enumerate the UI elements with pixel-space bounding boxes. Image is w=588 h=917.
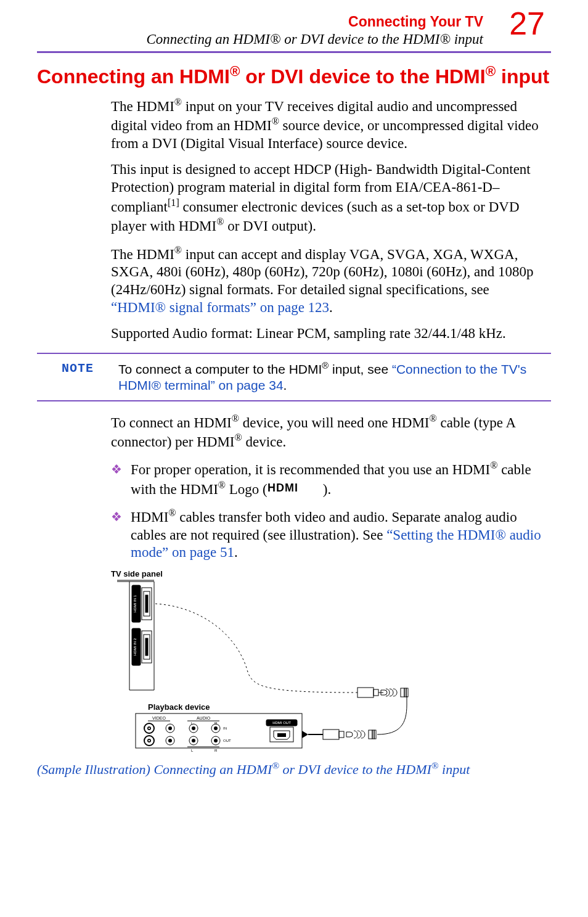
header-divider (37, 51, 551, 53)
svg-point-36 (168, 739, 172, 742)
svg-rect-48 (369, 730, 372, 739)
note-label: NOTE (62, 361, 94, 376)
main-heading: Connecting an HDMI® or DVI device to the… (37, 64, 551, 88)
paragraph-3: The HDMI® input can accept and display V… (111, 244, 545, 317)
hdmi-out-label: HDMI OUT (272, 721, 291, 725)
video-label: VIDEO (152, 716, 166, 720)
svg-point-38 (192, 739, 195, 742)
r-label-top: R (214, 722, 218, 725)
paragraph-5: To connect an HDMI® device, you will nee… (111, 413, 545, 451)
r-label-bottom: R (214, 749, 218, 752)
svg-rect-15 (357, 688, 374, 697)
note-box: NOTE To connect a computer to the HDMI® … (37, 353, 551, 401)
section-title: Connecting Your TV (37, 14, 483, 30)
reg-mark: ® (490, 460, 497, 471)
p2-c: or DVI output). (224, 218, 316, 234)
out-label: OUT (223, 739, 231, 742)
playback-device-label: Playback device (148, 702, 210, 712)
heading-part3: input (496, 65, 549, 88)
bullet-item-1: ❖ For proper operation, it is recommende… (111, 459, 545, 500)
diamond-bullet-icon: ❖ (111, 462, 122, 477)
bullet-list: ❖ For proper operation, it is recommende… (111, 459, 545, 562)
b1-a: For proper operation, it is recommended … (131, 462, 490, 477)
b2-c: . (234, 545, 238, 560)
b1-c: Logo ( (226, 482, 267, 497)
reg-mark: ® (216, 216, 224, 227)
svg-point-40 (214, 739, 218, 742)
reg-mark: ® (230, 64, 240, 79)
svg-point-25 (149, 728, 150, 730)
link-signal-formats[interactable]: “HDMI® signal formats” on page 123 (111, 300, 329, 315)
hdmi-in-2-label: HDMI IN 2 (133, 638, 137, 656)
svg-rect-44 (277, 733, 286, 737)
note-b: input, see (329, 362, 392, 376)
b1-d: ). (323, 482, 331, 497)
hdmi-logo-icon: HDMI (267, 481, 323, 500)
in-label: IN (223, 726, 227, 730)
p5-b: device, you will need one HDMI (239, 414, 430, 430)
p5-d: device. (242, 434, 287, 450)
reg-mark: ® (272, 760, 279, 771)
p3-c: . (329, 300, 333, 315)
note-a: To connect a computer to the HDMI (118, 362, 322, 376)
svg-rect-46 (323, 730, 339, 739)
tv-side-panel-label: TV side panel (111, 569, 163, 578)
p5-a: To connect an HDMI (111, 414, 232, 430)
reg-mark: ® (486, 64, 496, 79)
p3-a: The HDMI (111, 246, 174, 261)
svg-rect-17 (401, 688, 404, 697)
cap-a: (Sample Illustration) Connecting an HDMI (37, 762, 272, 777)
svg-rect-16 (374, 689, 378, 696)
reg-mark: ® (431, 760, 439, 771)
reg-mark: ® (235, 432, 242, 443)
figure-caption: (Sample Illustration) Connecting an HDMI… (37, 760, 545, 778)
reg-mark: ® (174, 97, 182, 107)
reg-mark: ® (322, 361, 329, 371)
subtitle-part1: Connecting an HDMI (146, 31, 270, 47)
subtitle-part3: input (451, 31, 483, 47)
reg-mark: ® (174, 245, 182, 255)
subtitle-part2: or DVI device to the HDMI (280, 31, 439, 47)
section-subtitle: Connecting an HDMI® or DVI device to the… (37, 31, 483, 47)
page-header: Connecting Your TV Connecting an HDMI® o… (37, 14, 483, 47)
footnote-ref: [1] (168, 197, 179, 208)
page-number: 27 (509, 5, 545, 42)
paragraph-1: The HDMI® input on your TV receives digi… (111, 96, 545, 153)
svg-text:HDMI: HDMI (267, 482, 298, 494)
paragraph-4: Supported Audio format: Linear PCM, samp… (111, 325, 545, 343)
reg-mark: ® (168, 508, 176, 518)
note-text: To connect a computer to the HDMI® input… (118, 360, 545, 394)
svg-rect-14 (145, 638, 148, 656)
svg-point-31 (214, 726, 218, 730)
audio-label: AUDIO (197, 716, 211, 720)
paragraph-2: This input is designed to accept HDCP (H… (111, 161, 545, 235)
reg-mark: ® (439, 31, 450, 47)
svg-point-29 (192, 726, 195, 730)
cap-b: or DVI device to the HDMI (279, 762, 431, 777)
svg-point-34 (149, 740, 150, 742)
reg-mark: ® (218, 480, 226, 490)
reg-mark: ® (232, 413, 239, 424)
svg-rect-19 (406, 688, 408, 697)
svg-rect-47 (339, 731, 344, 738)
svg-rect-10 (145, 595, 148, 612)
reg-mark: ® (272, 116, 279, 126)
b2-a: HDMI (131, 509, 168, 525)
cap-c: input (439, 762, 470, 777)
svg-rect-50 (374, 730, 376, 739)
reg-mark: ® (270, 31, 280, 47)
hdmi-in-1-label: HDMI IN 1 (133, 594, 137, 612)
l-label-bottom: L (191, 749, 194, 752)
heading-part1: Connecting an HDMI (37, 65, 230, 88)
p1-a: The HDMI (111, 99, 174, 114)
svg-point-27 (168, 726, 172, 730)
note-c: . (284, 378, 287, 392)
connection-diagram: .lab { font-family: Arial, sans-serif; f… (111, 569, 551, 757)
heading-part2: or DVI device to the HDMI (240, 65, 485, 88)
reg-mark: ® (430, 413, 437, 424)
bullet-item-2: ❖ HDMI® cables transfer both video and a… (111, 507, 545, 562)
diamond-bullet-icon: ❖ (111, 509, 122, 525)
